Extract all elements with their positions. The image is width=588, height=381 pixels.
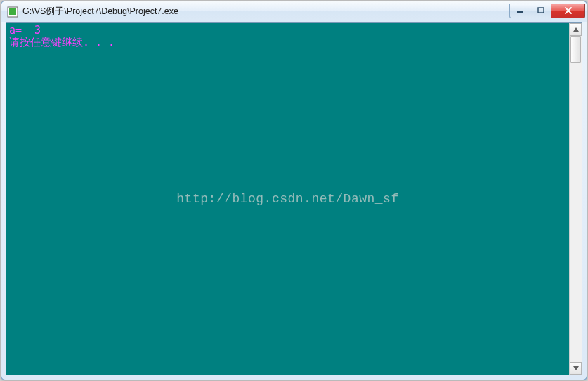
watermark-text: http://blog.csdn.net/Dawn_sf xyxy=(176,193,398,205)
scroll-down-button[interactable] xyxy=(570,362,582,375)
scroll-track[interactable] xyxy=(570,36,582,362)
console-output: a= 3 请按任意键继续. . . http://blog.csdn.net/D… xyxy=(6,23,569,375)
scroll-thumb[interactable] xyxy=(570,36,581,63)
client-area: a= 3 请按任意键继续. . . http://blog.csdn.net/D… xyxy=(6,22,582,375)
minimize-button[interactable] xyxy=(509,4,530,18)
app-icon xyxy=(7,6,18,18)
vertical-scrollbar[interactable] xyxy=(569,23,582,375)
scroll-up-button[interactable] xyxy=(570,23,582,36)
svg-rect-3 xyxy=(538,8,544,13)
maximize-button[interactable] xyxy=(530,4,551,18)
window-title: G:\VS例子\Project7\Debug\Project7.exe xyxy=(22,6,509,18)
titlebar[interactable]: G:\VS例子\Project7\Debug\Project7.exe xyxy=(1,1,587,22)
console-line: 请按任意键继续. . . xyxy=(9,37,566,49)
svg-rect-1 xyxy=(9,8,16,15)
close-button[interactable] xyxy=(551,4,585,18)
window-controls xyxy=(509,4,585,18)
svg-rect-2 xyxy=(517,11,523,13)
app-window: G:\VS例子\Project7\Debug\Project7.exe a= 3… xyxy=(1,1,587,380)
console-line: a= 3 xyxy=(9,25,566,37)
